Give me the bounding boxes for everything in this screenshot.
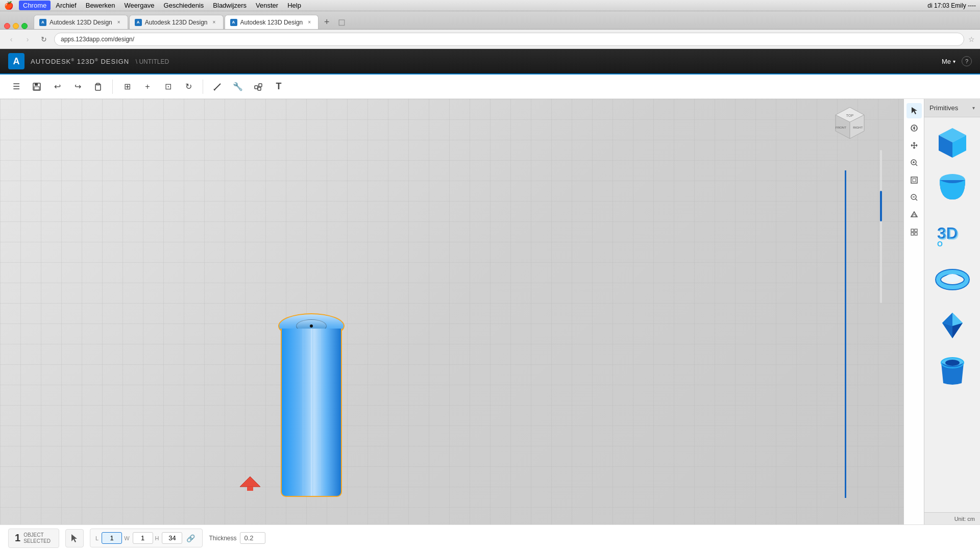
pattern-button[interactable]: 🔧	[230, 79, 246, 95]
me-dropdown-icon: ▾	[953, 59, 955, 64]
menu-geschiedenis[interactable]: Geschiedenis	[160, 1, 208, 10]
primitive-torus[interactable]	[930, 259, 975, 300]
scrollbar-track[interactable]	[880, 150, 882, 303]
svg-text:TOP: TOP	[846, 114, 854, 117]
menu-help[interactable]: Help	[283, 1, 305, 10]
view-cube[interactable]: TOP FRONT RIGHT	[832, 105, 873, 146]
select-tool-button[interactable]	[65, 529, 84, 547]
menu-bewerken[interactable]: Bewerken	[82, 1, 119, 10]
undo-button[interactable]: ↩	[49, 79, 65, 95]
h-value[interactable]: 34	[162, 532, 182, 544]
svg-text:FRONT: FRONT	[836, 126, 846, 129]
thickness-value[interactable]: 0.2	[240, 532, 265, 544]
save-button[interactable]	[29, 79, 45, 95]
menu-bladwijzers[interactable]: Bladwijzers	[209, 1, 251, 10]
transform-button[interactable]: ⊡	[160, 79, 176, 95]
forward-button[interactable]: ›	[21, 33, 34, 45]
bookmark-button[interactable]: ☆	[968, 35, 975, 43]
primitive-rounded-box[interactable]	[930, 167, 975, 208]
window-minimize[interactable]	[13, 23, 19, 29]
window-maximize[interactable]	[21, 23, 28, 29]
svg-text:RIGHT: RIGHT	[853, 126, 863, 129]
orbit-tool[interactable]	[906, 120, 922, 136]
app-title-text: AUTODESK® 123D® DESIGN	[31, 58, 129, 65]
tab-options[interactable]: ◻	[334, 15, 349, 29]
svg-marker-57	[71, 534, 77, 542]
primitives-header: Primitives ▾	[924, 99, 980, 117]
tab-3-favicon: A	[230, 19, 237, 26]
l-label: L	[95, 535, 99, 541]
tab-2-label: Autodesk 123D Design	[145, 19, 208, 26]
zoom-extents-button[interactable]	[906, 190, 922, 205]
menu-weergave[interactable]: Weergave	[120, 1, 159, 10]
text-button[interactable]: T	[271, 79, 287, 95]
back-button[interactable]: ‹	[5, 33, 17, 45]
primitive-3d-text[interactable]: 3D 3D O	[930, 213, 975, 254]
view-cube-svg: TOP FRONT RIGHT	[832, 105, 868, 141]
fit-view-button[interactable]	[906, 172, 922, 188]
toolbar-divider-2	[203, 80, 203, 94]
apple-menu[interactable]: 🍎	[4, 1, 14, 10]
primitives-dropdown-arrow[interactable]: ▾	[972, 105, 975, 111]
primitives-list: 3D 3D O	[924, 117, 980, 512]
grid-toggle-button[interactable]	[906, 224, 922, 240]
menu-venster[interactable]: Venster	[252, 1, 282, 10]
tab-3-close[interactable]: ×	[306, 19, 313, 26]
add-button[interactable]: +	[139, 79, 156, 95]
redo-button[interactable]: ↪	[69, 79, 86, 95]
primitives-panel: Primitives ▾	[924, 99, 980, 524]
panel-resize-handle[interactable]	[845, 170, 846, 498]
snap-grid-button[interactable]: ⊞	[119, 79, 135, 95]
tab-3[interactable]: A Autodesk 123D Design ×	[225, 15, 319, 29]
perspective-view-button[interactable]	[906, 207, 922, 222]
primitive-box[interactable]	[930, 121, 975, 162]
primitive-cup[interactable]	[930, 351, 975, 392]
primitive-diamond[interactable]	[930, 305, 975, 346]
me-button[interactable]: Me ▾	[942, 58, 955, 65]
object-selected-label: OBJECTSELECTED	[23, 532, 51, 544]
w-value[interactable]: 1	[133, 532, 153, 544]
tab-2[interactable]: A Autodesk 123D Design ×	[129, 15, 224, 29]
menu-archief[interactable]: Archief	[52, 1, 80, 10]
mac-status-right: di 17:03 Emily ----	[927, 2, 976, 9]
canvas-area[interactable]: TOP FRONT RIGHT	[0, 99, 903, 524]
group-button[interactable]	[250, 79, 266, 95]
address-input[interactable]: apps.123dapp.com/design/	[54, 33, 964, 46]
clipboard-button[interactable]	[90, 79, 106, 95]
scrollbar-thumb[interactable]	[880, 191, 882, 221]
tab-2-close[interactable]: ×	[211, 19, 218, 26]
pan-tool[interactable]	[906, 138, 922, 153]
3d-cylinder-object[interactable]	[281, 313, 342, 497]
svg-text:A: A	[13, 56, 20, 66]
address-text: apps.123dapp.com/design/	[61, 36, 134, 43]
l-value[interactable]: 1	[102, 532, 122, 544]
app-content: A AUTODESK® 123D® DESIGN \ UNTITLED Me ▾…	[0, 49, 980, 551]
svg-rect-37	[915, 233, 917, 235]
menu-chrome[interactable]: Chrome	[19, 1, 51, 10]
svg-rect-36	[911, 233, 914, 235]
object-count-number: 1	[15, 532, 20, 544]
mac-menubar: 🍎 Chrome Archief Bewerken Weergave Gesch…	[0, 0, 980, 11]
svg-rect-10	[259, 84, 262, 87]
tab-1-close[interactable]: ×	[115, 19, 122, 26]
cylinder-top-dot	[310, 324, 313, 328]
zoom-tool[interactable]	[906, 155, 922, 170]
new-tab-button[interactable]: +	[320, 15, 334, 29]
primitives-title: Primitives	[929, 104, 958, 112]
tab-1-label: Autodesk 123D Design	[50, 19, 112, 26]
reload-button[interactable]: ↻	[38, 33, 50, 45]
select-tool[interactable]	[906, 103, 922, 118]
unit-label: Unit: cm	[924, 512, 980, 524]
right-toolbar	[903, 99, 924, 524]
mac-clock: di 17:03 Emily ----	[927, 2, 976, 9]
modify-button[interactable]	[209, 79, 226, 95]
tab-1[interactable]: A Autodesk 123D Design ×	[34, 15, 128, 29]
toolbar-divider-1	[112, 80, 113, 94]
help-button[interactable]: ?	[962, 56, 972, 66]
svg-rect-4	[34, 87, 39, 90]
window-close[interactable]	[4, 23, 10, 29]
menu-toggle-button[interactable]: ☰	[8, 79, 24, 95]
svg-line-32	[916, 199, 917, 201]
svg-marker-19	[240, 477, 260, 487]
refresh-button[interactable]: ↻	[180, 79, 197, 95]
